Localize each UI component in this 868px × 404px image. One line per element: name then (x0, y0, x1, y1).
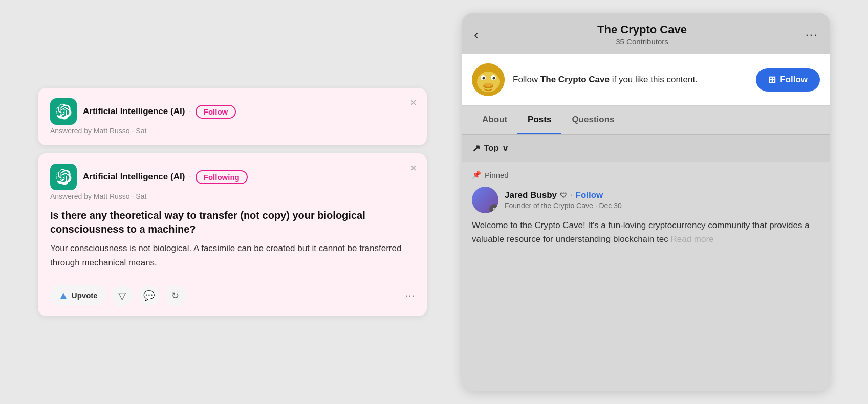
share-button[interactable]: ↻ (165, 285, 186, 306)
post-follow-link[interactable]: Follow (576, 190, 603, 200)
svg-point-1 (477, 72, 500, 92)
read-more-link[interactable]: Read more (670, 234, 713, 244)
upvote-icon: ▲ (58, 289, 69, 301)
post-meta: Founder of the Crypto Cave · Dec 30 (505, 201, 820, 210)
downvote-icon: ▽ (118, 289, 126, 302)
rp-header: ‹ The Crypto Cave 35 Contributors ··· (462, 13, 830, 54)
rp-more-button[interactable]: ··· (806, 28, 818, 41)
sort-label: Top (484, 143, 499, 153)
chevron-down-icon: ∨ (502, 143, 508, 154)
svg-point-7 (484, 83, 492, 87)
card1-title-area: Artificial Intelligence (AI) · Follow (83, 105, 236, 119)
topic-icon (50, 98, 77, 125)
tab-about[interactable]: About (472, 106, 517, 134)
trending-icon: ↗ (472, 142, 481, 154)
rp-tabs: About Posts Questions (462, 106, 830, 135)
post-author-area: Jared Busby 🛡 · Follow Founder of the Cr… (505, 190, 820, 210)
card-follow: Artificial Intelligence (AI) · Follow An… (38, 88, 427, 145)
downvote-button[interactable]: ▽ (112, 285, 133, 306)
card-following: Artificial Intelligence (AI) · Following… (38, 153, 427, 316)
sort-top-button[interactable]: ↗ Top ∨ (472, 142, 508, 154)
rp-title: The Crypto Cave (597, 23, 687, 36)
more-options-button[interactable]: ··· (405, 289, 415, 302)
tab-posts[interactable]: Posts (517, 106, 561, 134)
comment-icon: 💬 (143, 290, 155, 301)
rp-follow-label: Follow (780, 75, 808, 85)
back-button[interactable]: ‹ (474, 27, 479, 43)
tab-questions[interactable]: Questions (561, 106, 624, 134)
doge-avatar (472, 63, 505, 96)
post-header: ⊕ Jared Busby 🛡 · Follow Founder of the … (472, 187, 820, 213)
post-avatar: ⊕ (472, 187, 498, 213)
close-button-2[interactable]: × (410, 163, 417, 174)
shield-icon: 🛡 (560, 191, 567, 199)
close-button[interactable]: × (410, 97, 417, 108)
rp-sort-bar: ↗ Top ∨ (462, 135, 830, 162)
pin-icon: 📌 (472, 170, 482, 179)
topic-icon-2 (50, 164, 77, 190)
comment-button[interactable]: 💬 (139, 285, 159, 306)
follow-icon: ⊞ (768, 74, 776, 85)
left-panel: Artificial Intelligence (AI) · Follow An… (38, 88, 427, 316)
rp-subtitle: 35 Contributors (597, 37, 687, 46)
share-icon: ↻ (171, 290, 179, 301)
post-body: Welcome to the Crypto Cave! It's a fun-l… (472, 218, 820, 246)
card2-answer: Your consciousness is not biological. A … (50, 241, 415, 269)
card2-topic-name: Artificial Intelligence (AI) (83, 172, 185, 182)
upvote-button[interactable]: ▲ Upvote (50, 285, 106, 305)
right-panel: ‹ The Crypto Cave 35 Contributors ··· Fo… (462, 13, 830, 391)
card2-actions: ▲ Upvote ▽ 💬 ↻ ··· (50, 279, 415, 306)
rp-follow-banner: Follow The Crypto Cave if you like this … (462, 54, 830, 105)
post-avatar-badge: ⊕ (489, 204, 498, 213)
card1-topic-name: Artificial Intelligence (AI) (83, 106, 185, 117)
follow-button[interactable]: Follow (196, 105, 236, 119)
card2-subtitle: Answered by Matt Russo · Sat (50, 192, 415, 200)
card2-title-area: Artificial Intelligence (AI) · Following (83, 170, 248, 184)
upvote-label: Upvote (72, 291, 98, 300)
rp-title-area: The Crypto Cave 35 Contributors (597, 23, 687, 46)
rp-follow-text: Follow The Crypto Cave if you like this … (513, 74, 748, 86)
post-author-name: Jared Busby 🛡 · Follow (505, 190, 820, 200)
svg-point-5 (493, 77, 495, 80)
card1-subtitle: Answered by Matt Russo · Sat (50, 127, 415, 135)
pinned-label: 📌 Pinned (472, 170, 820, 179)
card2-question: Is there any theoretical way to transfer… (50, 209, 415, 236)
rp-content: 📌 Pinned ⊕ Jared Busby 🛡 · Follow Founde… (462, 162, 830, 391)
following-button[interactable]: Following (196, 170, 248, 184)
svg-point-4 (483, 77, 485, 80)
rp-follow-button[interactable]: ⊞ Follow (756, 68, 820, 92)
